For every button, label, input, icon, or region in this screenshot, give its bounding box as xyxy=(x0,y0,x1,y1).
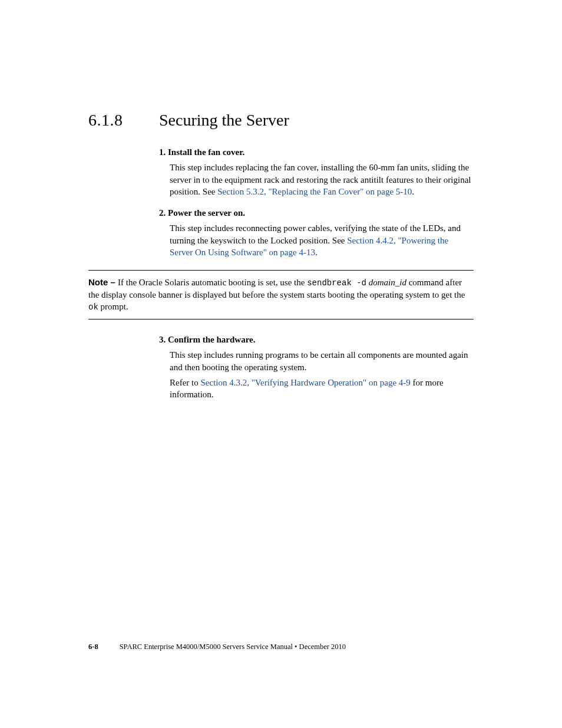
step-3-text-a: This step includes running programs to b… xyxy=(170,349,474,373)
step-3-title: Confirm the hardware. xyxy=(168,335,255,344)
note-ok-prompt: ok xyxy=(88,302,98,312)
footer-text: SPARC Enterprise M4000/M5000 Servers Ser… xyxy=(120,643,346,651)
page: 6.1.8 Securing the Server 1. Install the… xyxy=(0,0,562,728)
note-text-c: prompt. xyxy=(98,302,128,311)
page-footer: 6-8SPARC Enterprise M4000/M5000 Servers … xyxy=(88,643,346,651)
step-1: 1. Install the fan cover. This step incl… xyxy=(159,146,474,197)
step-3-heading: 3. Confirm the hardware. xyxy=(159,334,474,345)
note-domain-id: domain_id xyxy=(369,278,406,287)
step-1-heading: 1. Install the fan cover. xyxy=(159,146,474,158)
section-heading: 6.1.8 Securing the Server xyxy=(88,111,474,130)
note-label: Note – xyxy=(88,277,118,287)
step-2-number: 2. xyxy=(159,208,166,218)
step-1-text-b: . xyxy=(412,187,414,196)
note-box: Note – If the Oracle Solaris automatic b… xyxy=(88,270,474,319)
step-1-title: Install the fan cover. xyxy=(168,147,244,157)
link-fan-cover[interactable]: Section 5.3.2, "Replacing the Fan Cover"… xyxy=(217,187,412,196)
heading-title: Securing the Server xyxy=(159,111,289,130)
link-verify-hardware[interactable]: Section 4.3.2, "Verifying Hardware Opera… xyxy=(200,378,410,387)
step-3-number: 3. xyxy=(159,335,166,344)
step-3-text-b-pre: Refer to xyxy=(170,378,200,387)
step-3: 3. Confirm the hardware. This step inclu… xyxy=(159,334,474,400)
step-2-text-b: . xyxy=(315,248,318,257)
step-2-heading: 2. Power the server on. xyxy=(159,207,474,219)
page-number: 6-8 xyxy=(88,643,98,651)
step-2-body: This step includes reconnecting power ca… xyxy=(170,222,474,258)
step-2-title: Power the server on. xyxy=(168,208,245,218)
heading-number: 6.1.8 xyxy=(88,111,159,130)
body-column-2: 3. Confirm the hardware. This step inclu… xyxy=(159,334,474,400)
note-text-a: If the Oracle Solaris automatic booting … xyxy=(118,278,307,287)
step-1-number: 1. xyxy=(159,147,166,157)
step-1-body: This step includes replacing the fan cov… xyxy=(170,162,474,197)
body-column: 1. Install the fan cover. This step incl… xyxy=(159,146,474,258)
step-2: 2. Power the server on. This step includ… xyxy=(159,207,474,258)
step-3-body: This step includes running programs to b… xyxy=(170,349,474,400)
note-command: sendbreak -d xyxy=(307,278,366,288)
